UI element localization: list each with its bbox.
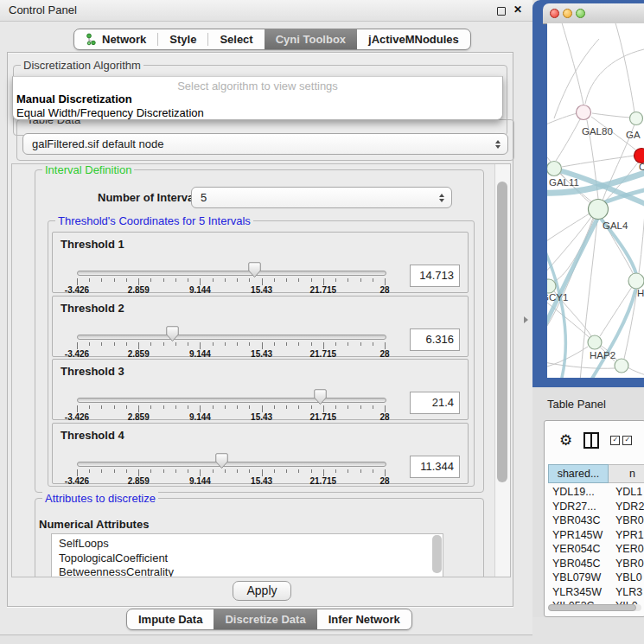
scrollbar-thumb[interactable] — [497, 182, 507, 482]
tab-style[interactable]: Style — [158, 29, 207, 49]
node-label: GA — [626, 130, 641, 140]
cell-shared-name: YBR045C — [548, 557, 609, 571]
algorithm-placeholder: Select algorithm to view settings — [13, 77, 502, 92]
table-data-combobox[interactable]: galFiltered.sif default node — [22, 133, 508, 155]
control-panel-window: Control Panel ✕ NetworkStyleSelectCyni T… — [0, 0, 532, 635]
cell-shared-name: YLR345W — [548, 585, 609, 600]
cell-shared-name: YDL19... — [548, 485, 609, 500]
list-scrollbar[interactable] — [432, 535, 442, 573]
attribute-item-betweennesscentrality[interactable]: BetweennessCentrality — [52, 565, 443, 577]
gear-icon[interactable]: ⚙ — [559, 433, 572, 448]
tab-select[interactable]: Select — [208, 29, 264, 49]
algorithm-option-manual-discretization[interactable]: Manual Discretization — [13, 92, 502, 106]
network-edge[interactable] — [554, 39, 599, 118]
table-row[interactable]: YDR27...YDR2 — [548, 500, 644, 514]
threshold-slider-track[interactable] — [77, 398, 386, 403]
window-title: Control Panel — [9, 3, 77, 16]
node-label: HAP2 — [590, 350, 615, 360]
table-row[interactable]: YBR045CYBR0 — [548, 557, 644, 571]
node-label: GAL80 — [582, 126, 613, 137]
table-row[interactable]: YBR043CYBR0 — [548, 513, 644, 528]
settings-scrollpane: Interval Definition Number of Intervals … — [11, 163, 511, 577]
network-node-h[interactable] — [628, 273, 644, 289]
threshold-slider-thumb[interactable] — [166, 326, 179, 342]
cell-name: YBR0 — [609, 557, 644, 571]
tab-discretize-data[interactable]: Discretize Data — [214, 609, 316, 629]
network-node-ga[interactable] — [630, 112, 643, 125]
network-node-c[interactable] — [634, 149, 644, 163]
node-label: GAL4 — [603, 220, 628, 231]
table-row[interactable]: YER054CYER0 — [548, 542, 644, 557]
column-header-n[interactable]: n — [609, 464, 644, 483]
minimize-traffic-light-icon[interactable] — [563, 9, 572, 18]
table-row[interactable]: YLR345WYLR3 — [548, 585, 644, 600]
network-edge[interactable] — [624, 289, 637, 359]
attributes-group: Attributes to discretize Numerical Attri… — [35, 498, 484, 577]
cell-shared-name: YBL079W — [548, 571, 609, 585]
splitter-collapse-icon[interactable] — [524, 316, 528, 323]
network-edge[interactable] — [592, 113, 630, 118]
threshold-slider-track[interactable] — [77, 271, 386, 276]
algorithm-option-equal-width-frequency-discretization[interactable]: Equal Width/Frequency Discretization — [13, 106, 502, 120]
numerical-attributes-list[interactable]: SelfLoopsTopologicalCoefficientBetweenne… — [51, 533, 443, 577]
attribute-item-topologicalcoefficient[interactable]: TopologicalCoefficient — [52, 552, 443, 566]
cell-name: YER0 — [609, 542, 644, 557]
table-row[interactable]: YDL19...YDL1 — [548, 485, 644, 500]
threshold-slider-thumb[interactable] — [215, 453, 228, 469]
tab-cyni-toolbox[interactable]: Cyni Toolbox — [265, 29, 357, 49]
network-canvas[interactable]: GAL80GACGAL11GAL4GCY1HHAP2 — [547, 23, 644, 378]
threshold-slider-thumb[interactable] — [248, 262, 261, 278]
close-traffic-light-icon[interactable] — [550, 9, 559, 18]
network-edge[interactable] — [585, 49, 644, 104]
checkbox-checked-icon[interactable]: ✓ — [610, 436, 620, 445]
apply-button[interactable]: Apply — [233, 581, 291, 601]
network-node-gcy1[interactable] — [547, 279, 556, 293]
tab-infer-network[interactable]: Infer Network — [317, 609, 411, 629]
threshold-value-field[interactable]: 11.344 — [410, 456, 460, 478]
threshold-value-field[interactable]: 6.316 — [410, 328, 460, 351]
network-edge[interactable] — [562, 156, 634, 167]
network-edge[interactable] — [555, 218, 593, 281]
attribute-item-selfloops[interactable]: SelfLoops — [52, 534, 443, 552]
tab-impute-data[interactable]: Impute Data — [127, 609, 214, 629]
tab-label: Cyni Toolbox — [276, 33, 346, 46]
network-node[interactable] — [615, 359, 628, 373]
zoom-traffic-light-icon[interactable] — [576, 9, 585, 18]
network-node-gal80[interactable] — [577, 105, 591, 120]
threshold-slider-track[interactable] — [77, 462, 386, 467]
tab-network[interactable]: Network — [74, 29, 157, 49]
node-label: GCY1 — [547, 292, 568, 303]
network-icon — [86, 33, 97, 46]
network-edge[interactable] — [556, 119, 580, 161]
slider-tick-labels: -3.4262.8599.14415.4321.71528 — [77, 285, 385, 296]
stepper-icon — [493, 140, 502, 149]
algorithm-options: Manual DiscretizationEqual Width/Frequen… — [13, 92, 502, 119]
network-node-gal4[interactable] — [589, 200, 609, 220]
vertical-scrollbar[interactable] — [494, 164, 510, 577]
close-icon[interactable]: ✕ — [513, 3, 522, 16]
horizontal-scrollbar[interactable] — [548, 604, 641, 611]
network-edge[interactable] — [628, 367, 644, 375]
bottom-tab-bar: Impute DataDiscretize DataInfer Network — [126, 609, 412, 630]
threshold-slider-track[interactable] — [77, 335, 386, 340]
network-edge[interactable] — [547, 113, 577, 125]
threshold-slider-thumb[interactable] — [314, 389, 327, 405]
table-row[interactable]: YPR145WYPR1 — [548, 528, 644, 543]
threshold-value-field[interactable]: 21.4 — [410, 392, 460, 414]
scrollbar-thumb[interactable] — [548, 604, 636, 611]
checkbox-checked-icon[interactable]: ✓ — [622, 436, 632, 445]
column-header-shared[interactable]: shared... — [548, 464, 609, 483]
network-edge[interactable] — [639, 201, 644, 273]
column-layout-icon[interactable] — [583, 432, 599, 449]
tab-jactivemnodules[interactable]: jActiveMNodules — [357, 29, 470, 49]
tab-label: Impute Data — [138, 613, 202, 626]
checkbox-icons: ✓ ✓ — [610, 436, 632, 445]
threshold-value-field[interactable]: 14.713 — [410, 265, 460, 287]
number-of-intervals-combobox[interactable]: 5 — [191, 187, 452, 208]
float-window-icon[interactable] — [497, 7, 506, 16]
table-row[interactable]: YBL079WYBL0 — [548, 571, 644, 585]
network-edge-highlighted[interactable] — [547, 215, 599, 324]
network-edge[interactable] — [615, 23, 634, 112]
network-node-gal11[interactable] — [547, 162, 562, 176]
network-node-hap2[interactable] — [588, 335, 602, 349]
